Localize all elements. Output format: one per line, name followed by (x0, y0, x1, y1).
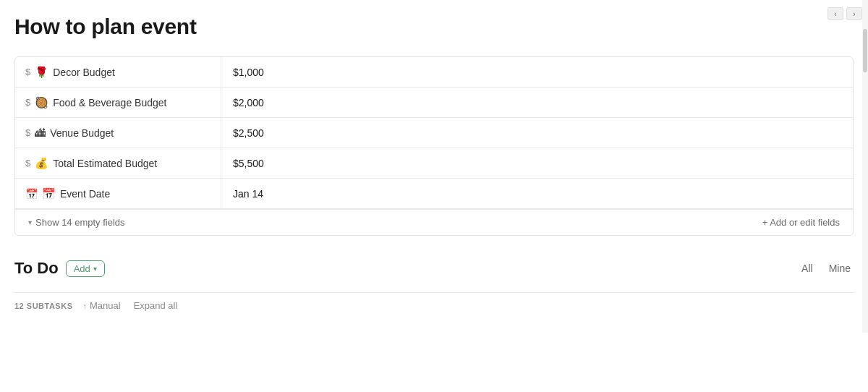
decor-emoji: 🌹 (35, 66, 48, 79)
dollar-icon: $ (25, 127, 30, 138)
decor-budget-name: Decor Budget (53, 67, 115, 78)
decor-budget-value[interactable]: $1,000 (221, 57, 853, 87)
empty-fields-row: ▾ Show 14 empty fields + Add or edit fie… (15, 209, 853, 235)
table-row: $ 🏙 Venue Budget $2,500 (15, 118, 853, 148)
table-row: 📅 📅 Event Date Jan 14 (15, 179, 853, 209)
food-budget-value[interactable]: $2,000 (221, 88, 853, 117)
properties-table: $ 🌹 Decor Budget $1,000 $ 🥘 Food & Bever… (14, 56, 854, 236)
add-edit-fields-button[interactable]: + Add or edit fields (760, 216, 843, 229)
total-budget-name: Total Estimated Budget (53, 158, 157, 169)
total-budget-value[interactable]: $5,500 (221, 148, 853, 178)
todo-title: To Do (14, 259, 59, 278)
food-budget-name: Food & Beverage Budget (53, 97, 166, 108)
dollar-icon: $ (25, 158, 30, 169)
todo-section: To Do Add ▾ All Mine 12 SUBTASKS ↑ Manua… (14, 259, 854, 333)
add-chevron-down-icon: ▾ (93, 265, 97, 273)
subtasks-count: 12 SUBTASKS (14, 302, 72, 310)
scrollbar-track[interactable] (862, 0, 868, 333)
filter-mine-button[interactable]: Mine (826, 261, 854, 276)
venue-budget-name: Venue Budget (50, 127, 114, 139)
food-budget-label[interactable]: $ 🥘 Food & Beverage Budget (15, 88, 221, 117)
total-budget-label[interactable]: $ 💰 Total Estimated Budget (15, 148, 221, 178)
sort-up-icon: ↑ (82, 302, 87, 310)
dollar-icon: $ (25, 67, 30, 77)
venue-budget-value[interactable]: $2,500 (221, 118, 853, 148)
scroll-right-button[interactable]: › (846, 7, 862, 20)
chevron-down-icon: ▾ (28, 218, 32, 226)
table-row: $ 💰 Total Estimated Budget $5,500 (15, 148, 853, 179)
sort-label: Manual (90, 300, 121, 311)
todo-right: All Mine (799, 261, 854, 276)
dollar-icon: $ (25, 97, 30, 108)
event-date-name: Event Date (60, 188, 110, 200)
food-emoji: 🥘 (35, 96, 48, 109)
show-empty-label: Show 14 empty fields (35, 217, 125, 228)
venue-emoji: 🏙 (35, 127, 46, 139)
event-date-label[interactable]: 📅 📅 Event Date (15, 179, 221, 208)
total-emoji: 💰 (35, 157, 48, 170)
scroll-left-button[interactable]: ‹ (827, 7, 843, 20)
scrollbar-thumb[interactable] (863, 29, 867, 72)
table-row: $ 🥘 Food & Beverage Budget $2,000 (15, 88, 853, 118)
todo-left: To Do Add ▾ (14, 259, 105, 278)
event-date-value[interactable]: Jan 14 (221, 179, 853, 208)
expand-all-button[interactable]: Expand all (131, 299, 181, 312)
add-label: Add (74, 263, 90, 274)
table-row: $ 🌹 Decor Budget $1,000 (15, 57, 853, 88)
todo-header: To Do Add ▾ All Mine (14, 259, 854, 278)
decor-budget-label[interactable]: $ 🌹 Decor Budget (15, 57, 221, 87)
calendar-icon: 📅 (25, 188, 38, 200)
calendar-emoji: 📅 (42, 187, 56, 200)
venue-budget-label[interactable]: $ 🏙 Venue Budget (15, 118, 221, 148)
subtasks-bar: 12 SUBTASKS ↑ Manual Expand all (14, 292, 854, 318)
add-button[interactable]: Add ▾ (66, 260, 105, 277)
manual-sort-button[interactable]: ↑ Manual (82, 300, 120, 311)
page-title: How to plan event (14, 14, 854, 39)
show-empty-fields-button[interactable]: ▾ Show 14 empty fields (25, 216, 128, 229)
filter-all-button[interactable]: All (799, 261, 816, 276)
